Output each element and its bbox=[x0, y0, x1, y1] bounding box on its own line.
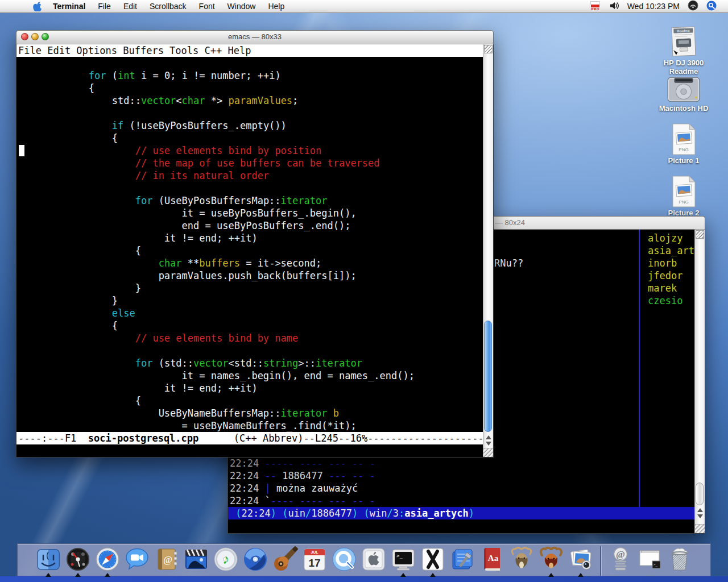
dock-item-quicktime[interactable] bbox=[331, 546, 357, 572]
code-line: { bbox=[16, 82, 483, 94]
svg-text:PNG: PNG bbox=[679, 199, 688, 205]
dock-item-at-webloc[interactable]: @ bbox=[607, 546, 634, 572]
menu-extra-icon[interactable] bbox=[688, 0, 698, 13]
svg-text:PNG: PNG bbox=[679, 147, 688, 152]
code-line: for (std::vector<std::string>::iterator bbox=[16, 357, 483, 369]
irssi-resize-grip[interactable] bbox=[695, 524, 705, 533]
code-line: { bbox=[16, 244, 483, 257]
dock-item-terminal[interactable]: >_ bbox=[390, 546, 416, 572]
emacs-red-gnu-icon bbox=[538, 546, 564, 572]
dock-item-gnu-emacs[interactable] bbox=[508, 546, 535, 572]
dock-item-garageband[interactable] bbox=[272, 546, 298, 572]
menu-window[interactable]: Window bbox=[228, 2, 256, 11]
code-line: { bbox=[16, 319, 483, 332]
menu-clock[interactable]: Wed 10:23 PM bbox=[627, 2, 680, 11]
terminal-icon: >_ bbox=[390, 546, 416, 572]
emacs-resize-grip[interactable] bbox=[483, 448, 493, 457]
apple-menu-icon[interactable] bbox=[33, 1, 42, 11]
emacs-window-title: emacs — 80x33 bbox=[16, 32, 493, 41]
dock-item-imovie[interactable] bbox=[183, 546, 209, 572]
irc-chat-line: 22:24 ----- ---- --- -- - bbox=[228, 457, 375, 469]
code-line: // use elements bind by name bbox=[16, 332, 483, 344]
emacs-scrollbar-arrows bbox=[483, 433, 493, 448]
menu-font[interactable]: Font bbox=[199, 2, 215, 11]
mode-line-filename: soci-postgresql.cpp bbox=[88, 433, 198, 444]
svg-text:@: @ bbox=[616, 549, 625, 560]
dock-item-safari[interactable] bbox=[94, 546, 121, 572]
svg-text:>_: >_ bbox=[653, 562, 658, 567]
desktop-icon-picture-1[interactable]: PNGPicture 1 bbox=[652, 123, 715, 165]
emacs-terminal-window[interactable]: emacs — 80x33 File Edit Options Buffers … bbox=[16, 30, 494, 458]
nick-list-item: marek bbox=[646, 282, 677, 294]
dock-item-itunes[interactable]: ♪ bbox=[213, 546, 239, 572]
nick-list-item: inorb bbox=[646, 257, 677, 269]
nicklist-separator bbox=[639, 230, 640, 507]
irc-chat-line: 22:24 | można zauważyć bbox=[228, 482, 358, 494]
emacs-scrollbar-grip-icon[interactable] bbox=[484, 45, 493, 53]
emacs-scrollbar-thumb[interactable] bbox=[484, 321, 492, 432]
dock-item-trash[interactable] bbox=[667, 546, 693, 572]
irssi-scrollbar-grip-icon[interactable] bbox=[696, 230, 704, 239]
code-line: { bbox=[16, 394, 483, 407]
png-icon: PNG bbox=[652, 123, 715, 156]
emacs-minibuffer[interactable] bbox=[16, 444, 483, 457]
emacs-window-titlebar[interactable]: emacs — 80x33 bbox=[16, 30, 494, 44]
finder-icon bbox=[35, 546, 61, 572]
dock-item-system-preferences[interactable] bbox=[361, 546, 387, 572]
scroll-up-arrow[interactable] bbox=[697, 508, 703, 512]
quicktime-icon bbox=[331, 546, 357, 572]
menu-edit[interactable]: Edit bbox=[123, 2, 137, 11]
dock-item-xcode[interactable] bbox=[449, 546, 475, 572]
scroll-up-arrow[interactable] bbox=[486, 435, 491, 439]
spotlight-icon[interactable] bbox=[706, 1, 717, 13]
iphoto-icon bbox=[568, 546, 594, 572]
emacs-buffer[interactable]: for (int i = 0; i != number; ++i) { std:… bbox=[16, 57, 483, 432]
address-book-icon: @ bbox=[154, 546, 180, 572]
code-line bbox=[16, 344, 483, 357]
itunes-icon: ♪ bbox=[213, 546, 239, 572]
code-line: = useByNameBuffers_.find(*it); bbox=[16, 419, 483, 432]
desktop-icon-macintosh-hd[interactable]: Macintosh HD bbox=[652, 70, 715, 113]
irssi-scrollbar[interactable] bbox=[694, 230, 705, 533]
readme-icon: Readme bbox=[652, 25, 715, 58]
dock-item-x11[interactable] bbox=[420, 546, 446, 572]
menu-app-name[interactable]: Terminal bbox=[53, 2, 85, 11]
emacs-block-cursor bbox=[19, 145, 24, 156]
dock-item-address-book[interactable]: @ bbox=[154, 546, 180, 572]
emacs-menu-bar[interactable]: File Edit Options Buffers Tools C++ Help bbox=[16, 44, 483, 57]
ical-icon: JUL17 bbox=[301, 546, 328, 572]
menu-help[interactable]: Help bbox=[268, 2, 284, 11]
dock-item-dictionary[interactable]: Aa bbox=[479, 546, 505, 572]
dock-item-dashboard[interactable] bbox=[65, 546, 91, 572]
scroll-down-arrow[interactable] bbox=[486, 442, 491, 446]
code-line: } bbox=[16, 282, 483, 294]
scroll-down-arrow[interactable] bbox=[697, 514, 703, 518]
volume-icon[interactable] bbox=[609, 1, 619, 12]
code-line: for (UseByPosBuffersMap::iterator bbox=[16, 194, 483, 207]
dock-item-minimized-terminal-window[interactable]: >_ bbox=[637, 546, 663, 572]
mode-line-info: (C++ Abbrev)--L245--16% bbox=[234, 433, 367, 444]
keyboard-layout-label: PRO bbox=[591, 7, 599, 11]
nick-list-item: czesio bbox=[646, 294, 682, 307]
menu-bar-extras: PRO Wed 10:23 PM bbox=[590, 0, 728, 13]
dock-item-iphoto[interactable] bbox=[568, 546, 594, 572]
keyboard-layout-flag-icon[interactable]: PRO bbox=[590, 1, 601, 11]
dock-item-ical[interactable]: JUL17 bbox=[301, 546, 328, 572]
code-line bbox=[16, 57, 483, 69]
irssi-scrollbar-thumb[interactable] bbox=[696, 483, 704, 505]
dock-item-idvd[interactable] bbox=[242, 546, 268, 572]
emacs-scrollbar[interactable] bbox=[483, 44, 493, 457]
dock-item-emacs-red-gnu[interactable] bbox=[538, 546, 564, 572]
nick-list-item: asia_art bbox=[646, 244, 694, 257]
desktop-icon-hp-dj-3900-readme[interactable]: ReadmeHP DJ 3900 Readme bbox=[652, 25, 715, 76]
desktop-icon-picture-2[interactable]: PNGPicture 2 bbox=[652, 175, 715, 217]
dock-item-ichat[interactable] bbox=[124, 546, 150, 572]
irc-input-line[interactable]: [asia_artych] bbox=[228, 520, 363, 533]
xcode-icon bbox=[449, 546, 475, 572]
emacs-window-body: File Edit Options Buffers Tools C++ Help… bbox=[16, 44, 494, 458]
menu-scrollback[interactable]: Scrollback bbox=[150, 2, 187, 11]
trash-icon bbox=[667, 546, 693, 572]
dashboard-icon bbox=[65, 546, 91, 572]
dock-item-finder[interactable] bbox=[35, 546, 61, 572]
menu-file[interactable]: File bbox=[98, 2, 111, 11]
